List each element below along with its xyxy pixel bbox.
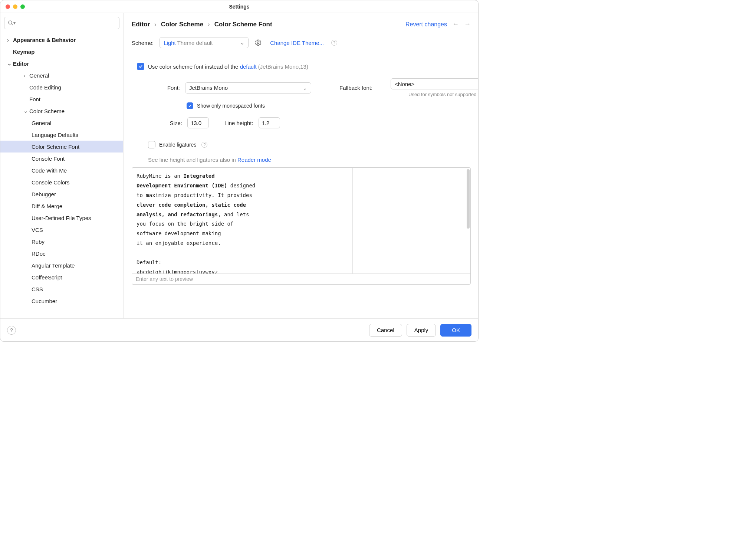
use-scheme-font-checkbox[interactable]	[137, 63, 144, 70]
size-label: Size:	[148, 120, 182, 126]
reader-mode-hint: See line height and ligatures also in Re…	[148, 157, 471, 163]
help-button[interactable]: ?	[7, 326, 16, 335]
tree-cs-debugger[interactable]: Debugger	[0, 188, 123, 200]
cancel-button[interactable]: Cancel	[369, 324, 402, 337]
nav-forward-icon: →	[464, 20, 471, 28]
tree-cs-cucumber[interactable]: Cucumber	[0, 295, 123, 307]
svg-point-2	[257, 42, 259, 44]
tree-cs-ruby[interactable]: Ruby	[0, 236, 123, 247]
svg-point-0	[9, 21, 12, 24]
settings-tree: ›Appearance & Behavior Keymap ⌄Editor ›G…	[0, 33, 123, 318]
tree-code-editing[interactable]: Code Editing	[0, 81, 123, 93]
crumb-cs-font: Color Scheme Font	[214, 21, 272, 28]
preview-text-input[interactable]: Enter any text to preview	[132, 273, 470, 284]
help-icon[interactable]: ?	[331, 40, 337, 46]
tree-cs-coffee[interactable]: CoffeeScript	[0, 271, 123, 283]
tree-editor[interactable]: ⌄Editor	[0, 58, 123, 69]
monospace-only-label: Show only monospaced fonts	[197, 103, 265, 109]
crumb-sep: ›	[154, 21, 157, 28]
svg-line-1	[11, 24, 13, 25]
nav-back-icon[interactable]: ←	[452, 20, 459, 28]
crumb-sep: ›	[208, 21, 210, 28]
tree-cs-vcs[interactable]: VCS	[0, 224, 123, 236]
tree-cs-angular[interactable]: Angular Template	[0, 259, 123, 271]
tree-appearance[interactable]: ›Appearance & Behavior	[0, 34, 123, 46]
preview-scrollbar[interactable]	[467, 169, 470, 229]
tree-general[interactable]: ›General	[0, 69, 123, 81]
tree-cs-udft[interactable]: User-Defined File Types	[0, 212, 123, 224]
chevron-down-icon: ⌄	[240, 40, 244, 46]
search-input[interactable]: ▾	[4, 17, 119, 29]
size-input[interactable]	[187, 117, 209, 128]
use-scheme-font-label: Use color scheme font instead of the def…	[148, 63, 308, 70]
chevron-down-icon: ⌄	[303, 85, 307, 91]
tree-cs-lang[interactable]: Language Defaults	[0, 129, 123, 141]
reader-mode-link[interactable]: Reader mode	[237, 157, 271, 163]
tree-cs-cwm[interactable]: Code With Me	[0, 164, 123, 176]
apply-button[interactable]: Apply	[407, 324, 436, 337]
ok-button[interactable]: OK	[440, 324, 471, 337]
scheme-select[interactable]: Light Theme default ⌄	[160, 37, 249, 48]
sidebar: ▾ ›Appearance & Behavior Keymap ⌄Editor …	[0, 13, 124, 318]
default-font-link[interactable]: default	[240, 63, 257, 70]
fallback-label: Fallback font:	[339, 85, 388, 91]
ligatures-label: Enable ligatures	[159, 142, 196, 148]
preview-text: RubyMine is an Integrated Development En…	[132, 168, 353, 273]
footer: ? Cancel Apply OK	[0, 318, 478, 341]
change-theme-link[interactable]: Change IDE Theme...	[270, 40, 324, 46]
tree-cs-general[interactable]: General	[0, 117, 123, 129]
scheme-label: Scheme:	[132, 40, 154, 46]
content: Editor › Color Scheme › Color Scheme Fon…	[124, 13, 478, 318]
fallback-font-select[interactable]: <None> ⌄	[391, 78, 479, 89]
breadcrumb: Editor › Color Scheme › Color Scheme Fon…	[132, 21, 272, 28]
tree-cs-font[interactable]: Color Scheme Font	[0, 141, 123, 153]
titlebar: Settings	[0, 0, 478, 13]
crumb-color-scheme[interactable]: Color Scheme	[161, 21, 203, 28]
tree-cs-console-colors[interactable]: Console Colors	[0, 176, 123, 188]
window-title: Settings	[0, 4, 478, 10]
help-icon[interactable]: ?	[201, 142, 207, 148]
ligatures-checkbox[interactable]	[148, 141, 155, 148]
tree-cs-console-font[interactable]: Console Font	[0, 153, 123, 164]
crumb-editor[interactable]: Editor	[132, 21, 150, 28]
fallback-hint: Used for symbols not supported by the ma…	[408, 92, 479, 97]
line-height-input[interactable]	[259, 117, 280, 128]
revert-changes-link[interactable]: Revert changes	[405, 21, 447, 28]
font-preview: RubyMine is an Integrated Development En…	[132, 167, 471, 285]
tree-cs-rdoc[interactable]: RDoc	[0, 247, 123, 259]
tree-font[interactable]: Font	[0, 93, 123, 105]
monospace-only-checkbox[interactable]	[187, 102, 193, 109]
tree-keymap[interactable]: Keymap	[0, 46, 123, 58]
tree-cs-css[interactable]: CSS	[0, 283, 123, 295]
line-height-label: Line height:	[224, 120, 253, 126]
font-select[interactable]: JetBrains Mono ⌄	[185, 82, 311, 94]
tree-color-scheme[interactable]: ⌄Color Scheme	[0, 105, 123, 117]
font-label: Font:	[148, 85, 182, 91]
gear-icon[interactable]	[254, 39, 262, 46]
tree-cs-diff[interactable]: Diff & Merge	[0, 200, 123, 212]
